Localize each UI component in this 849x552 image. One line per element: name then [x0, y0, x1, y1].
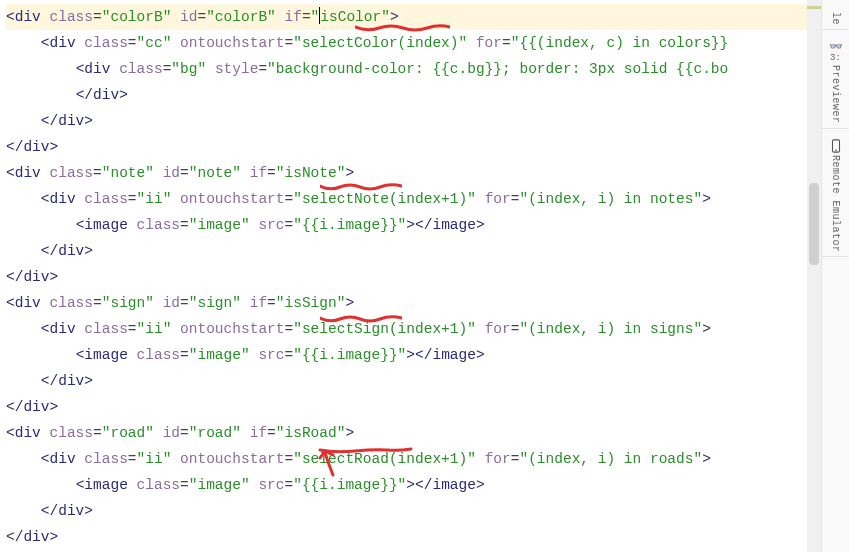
code-token: "	[311, 9, 320, 25]
code-token: >	[390, 9, 399, 25]
code-token: =	[284, 191, 293, 207]
code-line[interactable]: <image class="image" src="{{i.image}}"><…	[6, 472, 822, 498]
code-token: <	[41, 451, 50, 467]
code-token: =	[258, 61, 267, 77]
code-token: class	[84, 451, 128, 467]
code-token: id	[163, 425, 180, 441]
side-tab-previewer-label: Previewer	[830, 65, 841, 124]
code-token	[171, 321, 180, 337]
code-line[interactable]: <div class="sign" id="sign" if="isSign">	[6, 290, 822, 316]
code-line[interactable]: <div class="ii" ontouchstart="selectRoad…	[6, 446, 822, 472]
code-line[interactable]: <div class="cc" ontouchstart="selectColo…	[6, 30, 822, 56]
code-line[interactable]: </div>	[6, 394, 822, 420]
code-token: =	[180, 477, 189, 493]
code-token: image	[432, 477, 476, 493]
code-token: =	[267, 165, 276, 181]
code-token: <	[6, 295, 15, 311]
side-tab-remote-emulator[interactable]: Remote Emulator	[822, 135, 849, 258]
code-line[interactable]: </div>	[6, 524, 822, 550]
code-token: >	[50, 269, 59, 285]
code-token: =	[93, 165, 102, 181]
code-token: >	[406, 477, 415, 493]
code-token: >	[476, 477, 485, 493]
code-token: >	[50, 529, 59, 545]
code-token: div	[15, 295, 41, 311]
code-token	[476, 451, 485, 467]
code-token	[241, 295, 250, 311]
code-token: >	[702, 191, 711, 207]
code-token: =	[128, 321, 137, 337]
code-token: div	[84, 61, 110, 77]
code-token: class	[84, 321, 128, 337]
code-token	[476, 191, 485, 207]
code-token: for	[476, 35, 502, 51]
code-token: =	[180, 425, 189, 441]
code-line[interactable]: <div class="ii" ontouchstart="selectSign…	[6, 316, 822, 342]
code-token: "isRoad"	[276, 425, 346, 441]
code-token: ontouchstart	[180, 451, 284, 467]
code-line[interactable]: <image class="image" src="{{i.image}}"><…	[6, 212, 822, 238]
code-token: =	[180, 347, 189, 363]
code-token: image	[432, 347, 476, 363]
code-line[interactable]: </div>	[6, 108, 822, 134]
code-token: "isSign"	[276, 295, 346, 311]
code-token: if	[250, 165, 267, 181]
code-token: "selectColor(index)"	[293, 35, 467, 51]
side-tab-file[interactable]: le	[822, 6, 849, 30]
code-line[interactable]: </div>	[6, 82, 822, 108]
code-token: <	[41, 35, 50, 51]
code-token: "image"	[189, 217, 250, 233]
scrollbar-vertical[interactable]	[807, 0, 821, 552]
code-token: "note"	[189, 165, 241, 181]
code-token: div	[23, 139, 49, 155]
code-token: "image"	[189, 347, 250, 363]
code-token: src	[258, 217, 284, 233]
code-token: >	[50, 139, 59, 155]
scrollbar-thumb[interactable]	[809, 183, 819, 265]
code-token: =	[128, 35, 137, 51]
code-line[interactable]: <div class="note" id="note" if="isNote">	[6, 160, 822, 186]
code-line[interactable]: <div class="bg" style="background-color:…	[6, 56, 822, 82]
code-token: div	[15, 425, 41, 441]
side-tab-previewer[interactable]: 👓 3: Previewer	[822, 36, 849, 129]
code-line[interactable]: </div>	[6, 498, 822, 524]
code-token: =	[180, 165, 189, 181]
code-token: =	[180, 295, 189, 311]
code-token: =	[284, 321, 293, 337]
code-line[interactable]: </div>	[6, 134, 822, 160]
code-editor[interactable]: <div class="colorB" id="colorB" if="isCo…	[0, 0, 822, 552]
code-token: <	[6, 139, 15, 155]
code-token: "colorB"	[102, 9, 172, 25]
code-token: div	[50, 321, 76, 337]
code-token: image	[84, 217, 128, 233]
code-token	[41, 295, 50, 311]
code-token: ontouchstart	[180, 191, 284, 207]
code-token	[276, 9, 285, 25]
code-token: div	[58, 503, 84, 519]
code-line[interactable]: <image class="image" src="{{i.image}}"><…	[6, 342, 822, 368]
code-token	[171, 35, 180, 51]
code-token: class	[50, 295, 94, 311]
code-token: "(index, i) in roads"	[519, 451, 702, 467]
code-line[interactable]: </div>	[6, 238, 822, 264]
code-token: /	[84, 87, 93, 103]
code-token: src	[258, 347, 284, 363]
code-token: style	[215, 61, 259, 77]
code-token: <	[6, 269, 15, 285]
code-line[interactable]: <div class="road" id="road" if="isRoad">	[6, 420, 822, 446]
code-token: id	[163, 295, 180, 311]
code-token: >	[702, 451, 711, 467]
code-line[interactable]: </div>	[6, 368, 822, 394]
code-token: div	[50, 191, 76, 207]
code-line[interactable]: <div class="colorB" id="colorB" if="isCo…	[6, 4, 822, 30]
code-token: >	[84, 373, 93, 389]
side-tab-previewer-shortcut: 3:	[830, 53, 841, 63]
code-token: /	[50, 373, 59, 389]
code-token: "ii"	[137, 451, 172, 467]
code-line[interactable]: <div class="ii" ontouchstart="selectNote…	[6, 186, 822, 212]
code-token: "{{i.image}}"	[293, 347, 406, 363]
side-tab-emulator-label: Remote Emulator	[830, 155, 841, 253]
code-line[interactable]: </div>	[6, 264, 822, 290]
code-token: >	[702, 321, 711, 337]
code-token: "ii"	[137, 321, 172, 337]
